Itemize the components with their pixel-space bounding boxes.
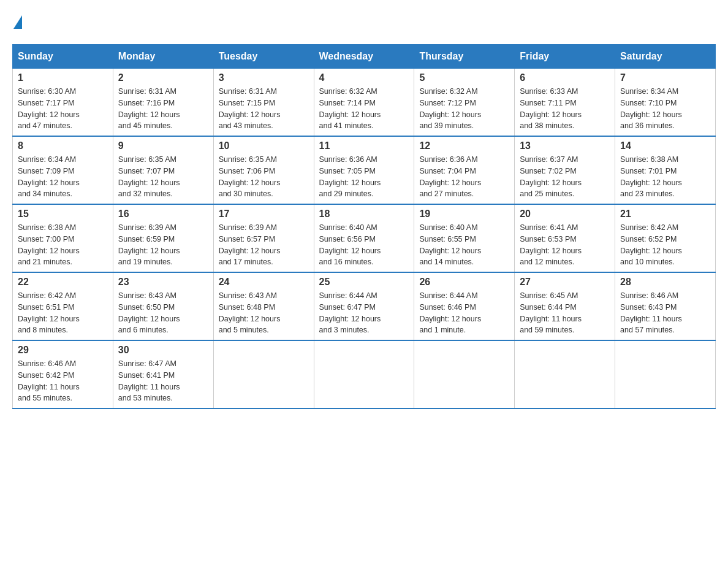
day-info: Sunrise: 6:34 AMSunset: 7:10 PMDaylight:… <box>620 87 682 130</box>
day-number: 30 <box>118 345 208 356</box>
day-info: Sunrise: 6:38 AMSunset: 7:00 PMDaylight:… <box>18 223 80 266</box>
day-number: 26 <box>419 277 509 288</box>
day-number: 21 <box>620 209 710 220</box>
day-number: 29 <box>18 345 108 356</box>
calendar-cell: 1 Sunrise: 6:30 AMSunset: 7:17 PMDayligh… <box>13 69 113 137</box>
calendar-cell: 25 Sunrise: 6:44 AMSunset: 6:47 PMDaylig… <box>314 272 414 340</box>
calendar-cell: 13 Sunrise: 6:37 AMSunset: 7:02 PMDaylig… <box>515 136 615 204</box>
calendar-week-row: 29 Sunrise: 6:46 AMSunset: 6:42 PMDaylig… <box>13 340 716 408</box>
calendar-cell: 18 Sunrise: 6:40 AMSunset: 6:56 PMDaylig… <box>314 204 414 272</box>
day-number: 17 <box>219 209 309 220</box>
day-number: 10 <box>219 140 309 151</box>
day-info: Sunrise: 6:36 AMSunset: 7:05 PMDaylight:… <box>319 155 381 198</box>
calendar-cell: 7 Sunrise: 6:34 AMSunset: 7:10 PMDayligh… <box>615 69 716 137</box>
day-info: Sunrise: 6:46 AMSunset: 6:42 PMDaylight:… <box>18 359 80 402</box>
day-info: Sunrise: 6:31 AMSunset: 7:16 PMDaylight:… <box>118 87 180 130</box>
day-number: 20 <box>520 209 610 220</box>
calendar-cell: 11 Sunrise: 6:36 AMSunset: 7:05 PMDaylig… <box>314 136 414 204</box>
calendar-cell: 2 Sunrise: 6:31 AMSunset: 7:16 PMDayligh… <box>113 69 213 137</box>
day-number: 22 <box>18 277 108 288</box>
calendar-cell: 29 Sunrise: 6:46 AMSunset: 6:42 PMDaylig… <box>13 340 113 408</box>
day-number: 16 <box>118 209 208 220</box>
calendar-header-row: SundayMondayTuesdayWednesdayThursdayFrid… <box>13 45 716 69</box>
day-number: 13 <box>520 140 610 151</box>
weekday-header-saturday: Saturday <box>615 45 716 69</box>
day-number: 19 <box>419 209 509 220</box>
calendar-week-row: 22 Sunrise: 6:42 AMSunset: 6:51 PMDaylig… <box>13 272 716 340</box>
weekday-header-thursday: Thursday <box>414 45 515 69</box>
day-info: Sunrise: 6:46 AMSunset: 6:43 PMDaylight:… <box>620 291 682 334</box>
day-info: Sunrise: 6:32 AMSunset: 7:14 PMDaylight:… <box>319 87 381 130</box>
day-number: 12 <box>419 140 509 151</box>
day-info: Sunrise: 6:44 AMSunset: 6:46 PMDaylight:… <box>419 291 481 334</box>
day-number: 2 <box>118 72 208 83</box>
calendar-cell: 24 Sunrise: 6:43 AMSunset: 6:48 PMDaylig… <box>213 272 314 340</box>
day-info: Sunrise: 6:35 AMSunset: 7:07 PMDaylight:… <box>118 155 180 198</box>
logo <box>12 12 21 32</box>
calendar-cell: 20 Sunrise: 6:41 AMSunset: 6:53 PMDaylig… <box>515 204 615 272</box>
day-info: Sunrise: 6:38 AMSunset: 7:01 PMDaylight:… <box>620 155 682 198</box>
page-header <box>12 12 716 32</box>
day-info: Sunrise: 6:31 AMSunset: 7:15 PMDaylight:… <box>219 87 281 130</box>
day-number: 14 <box>620 140 710 151</box>
calendar-cell: 9 Sunrise: 6:35 AMSunset: 7:07 PMDayligh… <box>113 136 213 204</box>
day-number: 27 <box>520 277 610 288</box>
calendar-cell: 23 Sunrise: 6:43 AMSunset: 6:50 PMDaylig… <box>113 272 213 340</box>
day-info: Sunrise: 6:41 AMSunset: 6:53 PMDaylight:… <box>520 223 582 266</box>
day-info: Sunrise: 6:39 AMSunset: 6:57 PMDaylight:… <box>219 223 281 266</box>
weekday-header-wednesday: Wednesday <box>314 45 414 69</box>
calendar-cell <box>615 340 716 408</box>
calendar-cell: 30 Sunrise: 6:47 AMSunset: 6:41 PMDaylig… <box>113 340 213 408</box>
day-info: Sunrise: 6:40 AMSunset: 6:55 PMDaylight:… <box>419 223 481 266</box>
calendar-cell: 21 Sunrise: 6:42 AMSunset: 6:52 PMDaylig… <box>615 204 716 272</box>
day-number: 28 <box>620 277 710 288</box>
day-info: Sunrise: 6:36 AMSunset: 7:04 PMDaylight:… <box>419 155 481 198</box>
calendar-cell <box>314 340 414 408</box>
day-info: Sunrise: 6:45 AMSunset: 6:44 PMDaylight:… <box>520 291 582 334</box>
calendar-cell: 4 Sunrise: 6:32 AMSunset: 7:14 PMDayligh… <box>314 69 414 137</box>
calendar-week-row: 1 Sunrise: 6:30 AMSunset: 7:17 PMDayligh… <box>13 69 716 137</box>
day-number: 1 <box>18 72 108 83</box>
day-info: Sunrise: 6:43 AMSunset: 6:48 PMDaylight:… <box>219 291 281 334</box>
calendar-cell: 6 Sunrise: 6:33 AMSunset: 7:11 PMDayligh… <box>515 69 615 137</box>
calendar-cell <box>414 340 515 408</box>
weekday-header-monday: Monday <box>113 45 213 69</box>
calendar-cell: 22 Sunrise: 6:42 AMSunset: 6:51 PMDaylig… <box>13 272 113 340</box>
calendar-cell: 14 Sunrise: 6:38 AMSunset: 7:01 PMDaylig… <box>615 136 716 204</box>
calendar-cell <box>515 340 615 408</box>
day-number: 15 <box>18 209 108 220</box>
calendar-cell <box>213 340 314 408</box>
day-info: Sunrise: 6:42 AMSunset: 6:52 PMDaylight:… <box>620 223 682 266</box>
day-info: Sunrise: 6:44 AMSunset: 6:47 PMDaylight:… <box>319 291 381 334</box>
day-number: 18 <box>319 209 409 220</box>
calendar-table: SundayMondayTuesdayWednesdayThursdayFrid… <box>12 44 716 409</box>
calendar-cell: 19 Sunrise: 6:40 AMSunset: 6:55 PMDaylig… <box>414 204 515 272</box>
day-number: 24 <box>219 277 309 288</box>
weekday-header-friday: Friday <box>515 45 615 69</box>
day-info: Sunrise: 6:43 AMSunset: 6:50 PMDaylight:… <box>118 291 180 334</box>
day-info: Sunrise: 6:32 AMSunset: 7:12 PMDaylight:… <box>419 87 481 130</box>
logo-triangle-icon <box>13 15 22 29</box>
day-number: 4 <box>319 72 409 83</box>
day-info: Sunrise: 6:40 AMSunset: 6:56 PMDaylight:… <box>319 223 381 266</box>
day-info: Sunrise: 6:39 AMSunset: 6:59 PMDaylight:… <box>118 223 180 266</box>
calendar-cell: 3 Sunrise: 6:31 AMSunset: 7:15 PMDayligh… <box>213 69 314 137</box>
calendar-cell: 16 Sunrise: 6:39 AMSunset: 6:59 PMDaylig… <box>113 204 213 272</box>
calendar-cell: 10 Sunrise: 6:35 AMSunset: 7:06 PMDaylig… <box>213 136 314 204</box>
day-info: Sunrise: 6:30 AMSunset: 7:17 PMDaylight:… <box>18 87 80 130</box>
calendar-cell: 5 Sunrise: 6:32 AMSunset: 7:12 PMDayligh… <box>414 69 515 137</box>
day-info: Sunrise: 6:37 AMSunset: 7:02 PMDaylight:… <box>520 155 582 198</box>
day-number: 11 <box>319 140 409 151</box>
calendar-week-row: 8 Sunrise: 6:34 AMSunset: 7:09 PMDayligh… <box>13 136 716 204</box>
weekday-header-sunday: Sunday <box>13 45 113 69</box>
day-info: Sunrise: 6:33 AMSunset: 7:11 PMDaylight:… <box>520 87 582 130</box>
calendar-cell: 17 Sunrise: 6:39 AMSunset: 6:57 PMDaylig… <box>213 204 314 272</box>
calendar-cell: 15 Sunrise: 6:38 AMSunset: 7:00 PMDaylig… <box>13 204 113 272</box>
day-number: 25 <box>319 277 409 288</box>
calendar-cell: 26 Sunrise: 6:44 AMSunset: 6:46 PMDaylig… <box>414 272 515 340</box>
day-number: 9 <box>118 140 208 151</box>
calendar-cell: 8 Sunrise: 6:34 AMSunset: 7:09 PMDayligh… <box>13 136 113 204</box>
day-number: 7 <box>620 72 710 83</box>
day-number: 6 <box>520 72 610 83</box>
day-number: 5 <box>419 72 509 83</box>
